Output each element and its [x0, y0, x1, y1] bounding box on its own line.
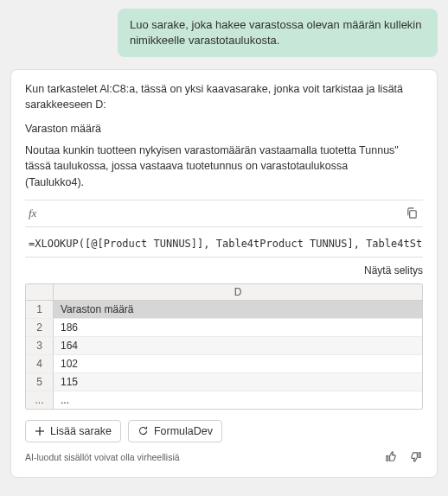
formula-dev-label: FormulaDev — [154, 425, 213, 437]
assistant-intro: Kun tarkastelet Al:C8:a, tässä on yksi k… — [25, 82, 423, 112]
assistant-description: Noutaa kunkin tuotteen nykyisen varastom… — [25, 143, 423, 174]
formula-text[interactable]: =XLOOKUP([@[Product TUNNUS]], Table4tPro… — [25, 231, 423, 258]
assistant-card: Kun tarkastelet Al:C8:a, tässä on yksi k… — [10, 69, 438, 478]
formula-dev-button[interactable]: FormulaDev — [128, 420, 222, 442]
copy-icon[interactable] — [404, 206, 419, 221]
fx-label: fx — [29, 207, 36, 220]
table-cell: 186 — [54, 319, 422, 336]
explain-row: Näytä selitys — [25, 261, 423, 283]
plus-icon — [35, 426, 45, 436]
table-row: 4102 — [26, 355, 422, 373]
formula-header-row: fx — [25, 200, 423, 227]
preview-col-letter: D — [54, 284, 422, 300]
assistant-description-sub: (Taulukko4). — [25, 175, 423, 191]
preview-table: D 1Varaston määrä2186316441025115...... — [25, 283, 423, 410]
add-column-button[interactable]: Lisää sarake — [25, 420, 121, 442]
preview-header: D — [26, 284, 422, 301]
table-row: 2186 — [26, 319, 422, 337]
row-number: 2 — [26, 319, 54, 336]
footer-row: AI-luodut sisällöt voivat olla virheelli… — [25, 449, 423, 465]
thumbs-down-icon[interactable] — [407, 449, 423, 465]
refresh-icon — [138, 425, 149, 436]
table-row: 3164 — [26, 337, 422, 355]
table-row: 1Varaston määrä — [26, 301, 422, 319]
table-cell: 102 — [54, 355, 422, 372]
row-number: ... — [26, 391, 54, 409]
row-number: 3 — [26, 337, 54, 354]
table-row: ...... — [26, 391, 422, 409]
show-explanation-link[interactable]: Näytä selitys — [364, 264, 423, 277]
table-cell: 115 — [54, 373, 422, 391]
row-number: 1 — [26, 301, 54, 318]
column-title: Varaston määrä — [25, 123, 423, 135]
add-column-label: Lisää sarake — [50, 425, 112, 437]
table-cell: 164 — [54, 337, 422, 354]
thumbs-up-icon[interactable] — [383, 449, 399, 465]
table-cell: ... — [54, 391, 422, 409]
user-message: Luo sarake, joka hakee varastossa olevan… — [118, 9, 438, 57]
ai-disclaimer: AI-luodut sisällöt voivat olla virheelli… — [25, 452, 180, 462]
user-message-row: Luo sarake, joka hakee varastossa olevan… — [10, 9, 438, 57]
svg-rect-0 — [409, 211, 416, 218]
preview-corner — [26, 284, 54, 300]
row-number: 4 — [26, 355, 54, 372]
actions-row: Lisää sarake FormulaDev — [25, 420, 423, 442]
row-number: 5 — [26, 373, 54, 391]
table-cell: Varaston määrä — [54, 301, 422, 318]
feedback-buttons — [383, 449, 423, 465]
table-row: 5115 — [26, 373, 422, 391]
